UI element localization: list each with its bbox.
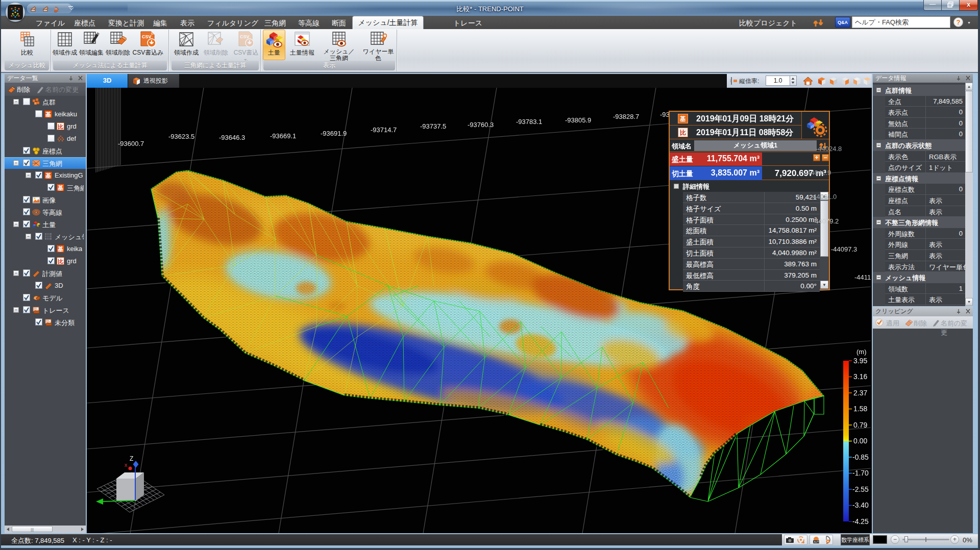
svg-text:-93714.7: -93714.7 xyxy=(371,126,397,134)
svg-text:-93600.7: -93600.7 xyxy=(118,140,144,147)
svg-text:CSV: CSV xyxy=(142,34,152,39)
svg-text:-93646.3: -93646.3 xyxy=(219,134,245,141)
svg-text:-93783.1: -93783.1 xyxy=(516,118,542,126)
svg-text:-93828.7: -93828.7 xyxy=(613,113,639,120)
svg-text:3.95: 3.95 xyxy=(853,357,867,365)
svg-text:1.58: 1.58 xyxy=(853,405,867,413)
svg-text:x: x xyxy=(125,462,128,468)
svg-text:3.16: 3.16 xyxy=(853,372,867,381)
svg-text:-3.40: -3.40 xyxy=(852,501,869,509)
svg-text:-4.25: -4.25 xyxy=(852,517,869,526)
svg-text:-1.70: -1.70 xyxy=(852,469,869,477)
svg-text:-0.85: -0.85 xyxy=(852,453,869,461)
svg-text:-93623.5: -93623.5 xyxy=(168,133,194,140)
svg-text:(m): (m) xyxy=(856,348,867,356)
svg-text:0.79: 0.79 xyxy=(853,421,867,429)
svg-text:-93669.1: -93669.1 xyxy=(270,132,296,140)
svg-text:AUTO: AUTO xyxy=(814,540,821,543)
svg-text:-93691.9: -93691.9 xyxy=(321,130,347,137)
svg-text:-93760.3: -93760.3 xyxy=(468,121,494,129)
svg-text:0.00: 0.00 xyxy=(853,437,867,445)
svg-text:Z: Z xyxy=(130,455,133,462)
svg-text:-93805.9: -93805.9 xyxy=(565,116,591,124)
svg-text:-93737.5: -93737.5 xyxy=(420,122,446,130)
svg-text:CSV: CSV xyxy=(240,34,250,39)
svg-text:-2.55: -2.55 xyxy=(852,485,869,493)
svg-text:2.37: 2.37 xyxy=(853,389,867,397)
